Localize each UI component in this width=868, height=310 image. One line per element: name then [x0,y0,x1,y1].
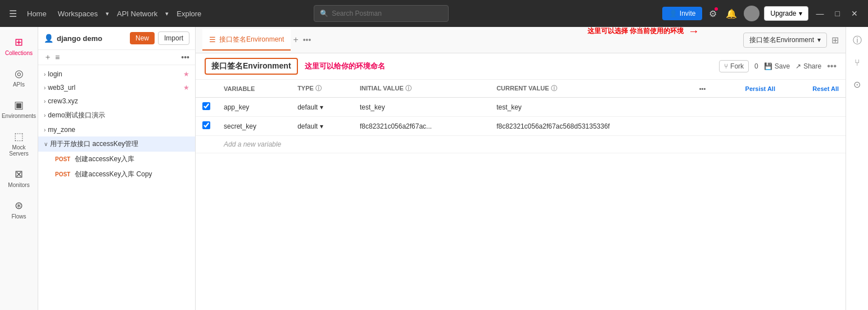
row2-initial-value[interactable]: f8c82321c056a2f67ac... [353,117,490,136]
row2-more[interactable] [693,117,713,136]
row2-type-chevron: ▾ [320,122,323,130]
th-persist-all[interactable]: Persist All [712,80,782,98]
row1-variable[interactable]: app_key [217,98,291,117]
info-panel-icon[interactable]: ⓘ [849,31,865,50]
star-login[interactable]: ★ [183,70,189,78]
fork-button[interactable]: ⑂ Fork [719,60,749,72]
row1-checkbox[interactable] [202,102,210,110]
notification-icon[interactable]: 🔔 [724,6,739,21]
env-list-icon[interactable]: ⊞ [831,35,839,45]
sidebar-item-environments[interactable]: ▣ Environments [2,94,36,124]
env-table: VARIABLE TYPE ⓘ INITIAL VALUE ⓘ [196,80,846,310]
collections-label: Collections [5,50,33,56]
tree-item-create-accesskey-copy[interactable]: POST 创建accessKey入库 Copy [38,167,195,182]
api-network-chevron: ▾ [165,10,169,17]
label-accesskey: 用于开放接口 accessKey管理 [50,139,189,149]
mock-servers-label: Mock Servers [4,144,34,157]
window-maximize[interactable]: □ [832,7,843,20]
save-label: Save [775,62,790,70]
add-variable-cell[interactable]: Add a new variable [217,136,846,153]
sidebar-item-apis[interactable]: ◎ APIs [2,63,36,92]
save-button[interactable]: 💾 Save [764,62,790,70]
workspaces-chevron: ▾ [106,10,109,17]
row2-checkbox-cell[interactable] [196,117,217,136]
menu-icon[interactable]: ☰ [7,6,19,21]
search-icon: 🔍 [320,10,328,17]
add-variable-row[interactable]: Add a new variable [196,136,846,153]
row1-initial-value[interactable]: test_key [353,98,490,117]
env-selector[interactable]: 接口签名Environment ▾ [743,33,827,48]
tree-item-crew3[interactable]: › crew3.xyz [38,94,195,108]
annotation-selector: 这里可以选择 你当前使用的环境 → [587,27,699,38]
notification-dot [715,7,718,11]
chevron-crew3: › [44,98,46,104]
row2-empty2 [782,117,846,136]
th-reset-all[interactable]: Reset All [782,80,846,98]
new-button[interactable]: New [130,32,155,44]
filter-icon[interactable]: ≡ [55,53,60,62]
reset-all-button[interactable]: Reset All [812,85,839,92]
upgrade-button[interactable]: Upgrade ▾ [764,6,808,21]
tree-item-myzone[interactable]: › my_zone [38,123,195,136]
star-web3url[interactable]: ★ [183,84,189,92]
env-annotation-name: 这里可以给你的环境命名 [305,61,385,71]
settings-icon[interactable]: ⚙ [707,6,719,21]
window-minimize[interactable]: — [813,7,828,20]
sidebar-item-flows[interactable]: ⊛ Flows [2,195,36,224]
row2-current-value[interactable]: f8c82321c056a2f67ac568d53135336f [490,117,693,136]
tree-item-login[interactable]: › login ★ [38,67,195,81]
tree-item-web3url[interactable]: › web3_url ★ [38,81,195,94]
chevron-demo: › [44,112,46,118]
tab-more-button[interactable]: ••• [301,35,314,44]
initial-value-info-icon[interactable]: ⓘ [405,85,412,92]
upgrade-label: Upgrade [770,10,796,17]
env-editor: 接口签名Environment 这里可以给你的环境命名 ⑂ Fork 0 💾 S… [196,53,846,310]
sidebar-item-collections[interactable]: ⊞ Collections [2,31,36,61]
search-input[interactable] [332,10,442,17]
share-button[interactable]: ↗ Share [795,62,821,70]
row1-checkbox-cell[interactable] [196,98,217,117]
label-login: login [48,70,181,78]
annotation-selector-text: 这里可以选择 你当前使用的环境 [587,27,684,36]
type-info-icon[interactable]: ⓘ [315,85,322,92]
row2-type[interactable]: default ▾ [291,117,353,136]
tab-env[interactable]: ☰ 接口签名Environment [202,29,291,51]
explore-link[interactable]: Explore [173,7,205,20]
env-name-box[interactable]: 接口签名Environment [205,58,298,75]
tree-item-accesskey[interactable]: ∨ 用于开放接口 accessKey管理 [38,136,195,152]
more-options-icon[interactable]: ••• [181,53,189,62]
row1-current-value[interactable]: test_key [490,98,693,117]
home-link[interactable]: Home [24,7,50,20]
add-collection-icon[interactable]: ＋ [44,52,52,62]
tree-item-create-accesskey[interactable]: POST 创建accessKey入库 [38,152,195,167]
row2-checkbox[interactable] [202,121,210,129]
import-button[interactable]: Import [158,31,189,45]
right-content: ☰ 接口签名Environment + ••• 这里可以选择 你当前使用的环境 … [196,27,846,310]
row2-variable[interactable]: secret_key [217,117,291,136]
th-initial-value: INITIAL VALUE ⓘ [353,80,490,98]
workspaces-link[interactable]: Workspaces [55,7,101,20]
row1-type[interactable]: default ▾ [291,98,353,117]
current-value-info-icon[interactable]: ⓘ [551,85,557,92]
sidebar-item-mock-servers[interactable]: ⬚ Mock Servers [2,126,36,161]
row1-more[interactable] [693,98,713,117]
connect-icon[interactable]: ⊙ [850,76,864,93]
tree-item-demo[interactable]: › demo测试接口演示 [38,108,195,123]
share-label: Share [803,62,821,70]
invite-button[interactable]: 👤 Invite [662,7,703,20]
persist-all-button[interactable]: Persist All [745,85,775,92]
more-options-env-button[interactable]: ••• [827,61,837,71]
sidebar-item-monitors[interactable]: ⊠ Monitors [2,163,36,193]
arrow-icon: → [688,27,699,38]
label-web3url: web3_url [48,84,181,92]
add-tab-button[interactable]: + [291,35,300,45]
chevron-web3url: › [44,85,46,91]
window-close[interactable]: ✕ [848,7,861,20]
environments-icon: ▣ [14,99,24,111]
avatar[interactable] [744,6,760,21]
label-crew3: crew3.xyz [48,97,189,105]
tab-env-label: 接口签名Environment [219,35,284,44]
search-bar[interactable]: 🔍 [314,5,449,22]
api-network-link[interactable]: API Network [114,7,161,20]
git-icon[interactable]: ⑂ [851,54,864,71]
